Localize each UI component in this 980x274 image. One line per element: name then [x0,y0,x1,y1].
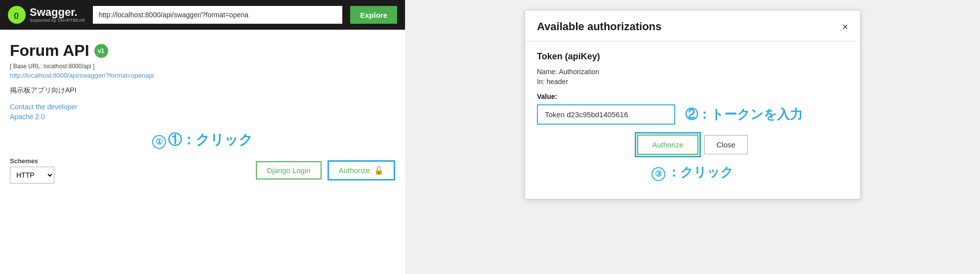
django-login-button[interactable]: Django Login [256,161,321,180]
spec-link[interactable]: http://localhost:8000/api/swagger/?forma… [10,72,395,79]
left-panel: {} Swagger. Supported by SMARTBEAR Explo… [0,0,405,274]
explore-button[interactable]: Explore [350,6,397,24]
modal-dialog: Available authorizations × Token (apiKey… [525,10,860,199]
schemes-label: Schemes [10,157,54,165]
name-row: Name: Authorization [537,68,848,76]
token-section-title: Token (apiKey) [537,51,848,62]
modal-body: Token (apiKey) Name: Authorization In: h… [525,42,860,199]
swagger-text: Swagger. Supported by SMARTBEAR [30,7,85,23]
schemes-section: Schemes HTTP HTTPS [10,157,54,183]
modal-header: Available authorizations × [525,10,860,42]
api-info: Forum API v1 [ Base URL: localhost:8000/… [0,30,405,131]
annotation-3: ③：クリック [537,164,848,189]
url-input[interactable] [93,6,342,24]
modal-title: Available authorizations [537,20,661,33]
authorize-button-left[interactable]: Authorize 🔓 [327,160,395,181]
base-url: [ Base URL: localhost:8000/api ] [10,63,395,70]
value-input-row: ②：トークンを入力 [537,104,848,125]
annotation-2: ②：トークンを入力 [685,106,803,123]
version-badge: v1 [94,44,108,58]
right-panel: Available authorizations × Token (apiKey… [405,0,980,274]
api-title: Forum API [10,42,89,60]
lock-icon: 🔓 [374,166,384,175]
swagger-name: Swagger. [30,7,85,18]
in-row: In: header [537,78,848,86]
license-link[interactable]: Apache 2.0 [10,113,395,121]
bottom-row: Schemes HTTP HTTPS Django Login Authoriz… [0,157,405,193]
token-value-input[interactable] [537,104,675,125]
contact-developer-link[interactable]: Contact the developer [10,103,395,111]
modal-footer: Authorize Close [537,135,848,160]
modal-close-button[interactable]: × [842,22,848,32]
schemes-select[interactable]: HTTP HTTPS [10,167,54,183]
value-label: Value: [537,92,848,100]
navbar: {} Swagger. Supported by SMARTBEAR Explo… [0,0,405,30]
svg-text:{}: {} [14,11,19,19]
api-title-row: Forum API v1 [10,42,395,60]
swagger-logo: {} Swagger. Supported by SMARTBEAR [8,6,85,24]
api-links: Contact the developer Apache 2.0 [10,103,395,121]
modal-close-btn[interactable]: Close [704,135,748,154]
modal-authorize-button[interactable]: Authorize [637,135,698,155]
api-description: 掲示板アプリ向けAPI [10,86,395,95]
auth-buttons: Django Login Authorize 🔓 [256,160,395,181]
swagger-icon: {} [8,6,26,24]
annotation-1: ①①：クリック [0,131,405,149]
swagger-sub: Supported by SMARTBEAR [30,18,85,23]
